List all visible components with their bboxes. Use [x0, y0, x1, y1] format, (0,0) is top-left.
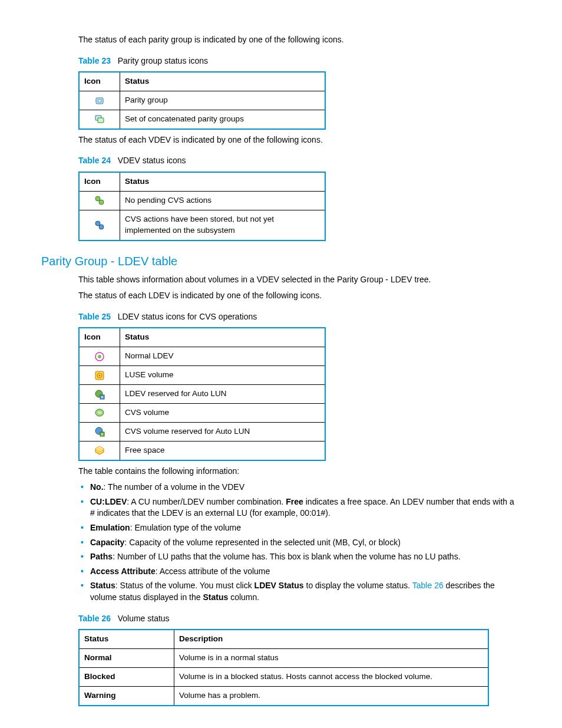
table-label: Table 25 — [78, 312, 111, 321]
luse-volume-icon — [94, 370, 105, 381]
concat-parity-group-icon — [94, 114, 105, 124]
status-text: Normal LDEV — [120, 347, 326, 366]
free-space-icon — [94, 445, 105, 456]
status-text: CVS volume reserved for Auto LUN — [120, 422, 326, 441]
status-text: LUSE volume — [120, 366, 326, 385]
table-row: Free space — [79, 441, 325, 460]
status-text: CVS volume — [120, 403, 326, 422]
table-row: CVS volume reserved for Auto LUN — [79, 422, 325, 441]
status-name: Warning — [79, 686, 174, 705]
table-row: LDEV reserved for Auto LUN — [79, 385, 325, 404]
paragraph: The status of each LDEV is indicated by … — [78, 290, 521, 302]
status-desc: Volume has a problem. — [174, 686, 489, 705]
table-row: Warning Volume has a problem. — [79, 686, 488, 705]
status-text: No pending CVS actions — [120, 191, 326, 210]
status-text: LDEV reserved for Auto LUN — [120, 385, 326, 404]
table-reference-link[interactable]: Table 26 — [412, 581, 444, 590]
status-name: Normal — [79, 649, 174, 668]
paragraph: The status of each parity group is indic… — [78, 34, 521, 46]
table-label: Table 24 — [78, 156, 111, 165]
status-text: Set of concatenated parity groups — [120, 110, 326, 129]
ldev-normal-icon — [94, 351, 105, 362]
list-item: Capacity: Capacity of the volume represe… — [78, 537, 521, 549]
status-desc: Volume is in a blocked status. Hosts can… — [174, 667, 489, 686]
col-header: Status — [120, 328, 326, 347]
paragraph: This table shows information about volum… — [78, 274, 521, 286]
table-row: CVS actions have been stored, but not ye… — [79, 210, 325, 240]
table-row: Normal LDEV — [79, 347, 325, 366]
paragraph: The status of each VDEV is indicated by … — [78, 134, 521, 146]
ldev-icons-table: Icon Status Normal LDEV LUSE volume LDEV… — [78, 327, 326, 460]
table-title: Parity group status icons — [118, 56, 208, 65]
ldev-reserved-autolun-icon — [94, 389, 105, 400]
table-title: VDEV status icons — [118, 156, 186, 165]
vdev-nopending-icon — [94, 195, 105, 206]
table-title: LDEV status icons for CVS operations — [118, 312, 257, 321]
section-heading: Parity Group - LDEV table — [41, 253, 521, 269]
parity-group-icons-table: Icon Status Parity group Set of concaten… — [78, 71, 326, 130]
parity-group-icon — [94, 95, 105, 106]
status-name: Blocked — [79, 667, 174, 686]
info-list: No.: The number of a volume in the VDEV … — [78, 482, 521, 603]
status-desc: Volume is in a normal status — [174, 649, 489, 668]
table-row: Blocked Volume is in a blocked status. H… — [79, 667, 488, 686]
cvs-volume-icon — [94, 407, 105, 418]
paragraph: The table contains the following informa… — [78, 466, 521, 477]
list-item: No.: The number of a volume in the VDEV — [78, 482, 521, 493]
table-caption: Table 23 Parity group status icons — [78, 55, 521, 67]
list-item: CU:LDEV: A CU number/LDEV number combina… — [78, 496, 521, 519]
list-item: Emulation: Emulation type of the volume — [78, 522, 521, 534]
table-title: Volume status — [118, 614, 170, 623]
table-row: Parity group — [79, 91, 325, 110]
col-header: Status — [79, 630, 174, 648]
table-label: Table 26 — [78, 614, 111, 623]
status-text: Free space — [120, 441, 326, 460]
col-header: Icon — [79, 172, 120, 191]
table-row: Normal Volume is in a normal status — [79, 649, 488, 668]
table-row: Set of concatenated parity groups — [79, 110, 325, 129]
col-header: Status — [120, 172, 326, 191]
table-label: Table 23 — [78, 56, 111, 65]
table-row: CVS volume — [79, 403, 325, 422]
list-item: Access Attribute: Access attribute of th… — [78, 566, 521, 578]
col-header: Status — [120, 72, 326, 91]
col-header: Description — [174, 630, 489, 648]
status-text: Parity group — [120, 91, 326, 110]
list-item: Paths: Number of LU paths that the volum… — [78, 551, 521, 563]
table-row: No pending CVS actions — [79, 191, 325, 210]
col-header: Icon — [79, 72, 120, 91]
table-caption: Table 24 VDEV status icons — [78, 155, 521, 167]
volume-status-table: Status Description Normal Volume is in a… — [78, 629, 489, 706]
cvs-reserved-autolun-icon — [94, 426, 105, 437]
status-text: CVS actions have been stored, but not ye… — [120, 210, 326, 240]
vdev-icons-table: Icon Status No pending CVS actions CVS a… — [78, 172, 326, 241]
table-caption: Table 25 LDEV status icons for CVS opera… — [78, 311, 521, 323]
vdev-pending-icon — [94, 220, 105, 230]
table-caption: Table 26 Volume status — [78, 613, 521, 625]
list-item: Status: Status of the volume. You must c… — [78, 580, 521, 603]
table-row: LUSE volume — [79, 366, 325, 385]
col-header: Icon — [79, 328, 120, 347]
